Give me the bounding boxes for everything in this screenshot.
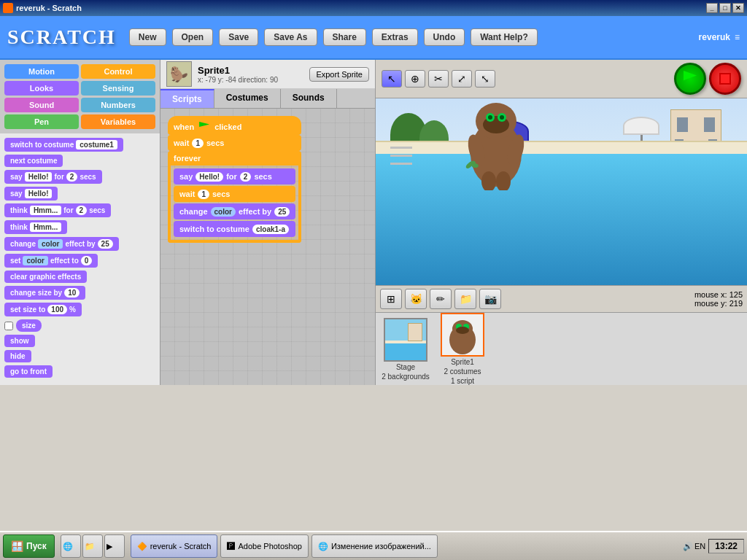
category-control[interactable]: Control — [81, 64, 155, 79]
quick-launch: 🌐 📁 ▶ — [61, 534, 125, 558]
quick-ie[interactable]: 🌐 — [61, 534, 81, 558]
category-motion[interactable]: Motion — [4, 64, 79, 79]
category-sensing[interactable]: Sensing — [81, 81, 155, 96]
export-sprite-button[interactable]: Export Sprite — [309, 67, 369, 82]
quick-media[interactable]: ▶ — [104, 534, 125, 558]
tool-arrow[interactable]: ↖ — [382, 70, 402, 88]
share-button[interactable]: Share — [323, 28, 366, 46]
block-say-secs[interactable]: say Hello! for 2 secs — [4, 170, 102, 184]
tab-sounds[interactable]: Sounds — [281, 89, 337, 108]
sprite1-sublabel2: 1 script — [451, 377, 474, 385]
sprite-info: 🦫 Sprite1 x: -79 y: -84 direction: 90 Ex… — [160, 60, 375, 89]
block-say-inner[interactable]: say Hello! for 2 secs — [174, 168, 295, 184]
list-item: hide — [4, 350, 155, 362]
stage-icon-folder[interactable]: 📁 — [454, 289, 476, 309]
svg-point-18 — [456, 327, 469, 334]
tool-shrink[interactable]: ⤡ — [475, 70, 495, 88]
sprite-list: Stage 2 backgrounds Sprite1 2 costumes 1… — [376, 312, 747, 385]
script-area[interactable]: when clicked wait 1 secs forever say Hel… — [160, 109, 375, 385]
block-clear-effects[interactable]: clear graphic effects — [4, 271, 87, 283]
sprite-name: Sprite1 — [198, 65, 278, 76]
category-variables[interactable]: Variables — [81, 114, 155, 129]
tool-stamp[interactable]: ⊕ — [405, 70, 425, 88]
volume-icon[interactable]: 🔊 — [683, 542, 693, 551]
tool-cut[interactable]: ✂ — [428, 70, 449, 88]
list-item: clear graphic effects — [4, 271, 155, 283]
block-say[interactable]: say Hello! — [4, 187, 58, 201]
user-menu-icon[interactable]: ≡ — [735, 32, 740, 42]
undo-button[interactable]: Undo — [424, 28, 465, 46]
extras-button[interactable]: Extras — [372, 28, 418, 46]
block-set-effect[interactable]: set color effect to 0 — [4, 254, 98, 268]
taskbar-window-scratch[interactable]: 🔶 reveruk - Scratch — [131, 534, 218, 558]
pool-water — [376, 154, 747, 285]
want-help-button[interactable]: Want Help? — [471, 28, 538, 46]
stage-label: Stage — [396, 363, 415, 371]
close-button[interactable]: ✕ — [732, 3, 744, 13]
taskbar-window-browser[interactable]: 🌐 Изменение изображений... — [311, 534, 438, 558]
block-when-flag-clicked[interactable]: when clicked — [168, 116, 301, 135]
svg-point-5 — [488, 115, 492, 120]
block-wait[interactable]: wait 1 secs — [168, 135, 301, 151]
tab-scripts[interactable]: Scripts — [160, 89, 214, 108]
maximize-button[interactable]: □ — [719, 3, 731, 13]
category-sound[interactable]: Sound — [4, 98, 79, 112]
block-next-costume[interactable]: next costume — [4, 155, 63, 167]
save-as-button[interactable]: Save As — [264, 28, 317, 46]
block-go-front[interactable]: go to front — [4, 365, 53, 378]
list-item: think Hmm... for 2 secs — [4, 203, 155, 217]
minimize-button[interactable]: _ — [706, 3, 718, 13]
list-item: say Hello! — [4, 187, 155, 201]
new-button[interactable]: New — [129, 28, 166, 46]
stage-icon-cat[interactable]: 🐱 — [405, 289, 427, 309]
titlebar-title: reveruk - Scratch — [16, 4, 82, 12]
mouse-coordinates: mouse x: 125 mouse y: 219 — [694, 290, 743, 308]
green-flag-button[interactable] — [674, 63, 706, 95]
block-change-color-inner[interactable]: change color effect by 25 — [174, 203, 295, 219]
list-item: change size by 10 — [4, 286, 155, 300]
block-set-size[interactable]: set size to 100 % — [4, 303, 82, 316]
sprite-entry-stage[interactable]: Stage 2 backgrounds — [380, 318, 431, 381]
list-item: set color effect to 0 — [4, 254, 155, 268]
size-checkbox[interactable] — [4, 322, 13, 330]
save-button[interactable]: Save — [219, 28, 258, 46]
language-icon[interactable]: EN — [694, 542, 705, 551]
stage-icon-paint[interactable]: ✏ — [430, 289, 452, 309]
stop-button[interactable] — [709, 63, 741, 95]
category-pen[interactable]: Pen — [4, 114, 79, 129]
block-forever-container: forever say Hello! for 2 secs wait 1 sec… — [168, 151, 301, 243]
tab-costumes[interactable]: Costumes — [214, 89, 281, 108]
sprite-entry-sprite1[interactable]: Sprite1 2 costumes 1 script — [437, 313, 488, 385]
blocks-list: switch to costume costume1 next costume … — [0, 133, 160, 385]
taskbar-window-photoshop[interactable]: 🅿 Adobe Photoshop — [220, 534, 308, 558]
list-item: set size to 100 % — [4, 303, 155, 316]
category-numbers[interactable]: Numbers — [81, 98, 155, 112]
list-item: next costume — [4, 155, 155, 167]
block-forever-header[interactable]: forever — [168, 151, 301, 166]
block-show[interactable]: show — [4, 335, 35, 347]
middle-panel: 🦫 Sprite1 x: -79 y: -84 direction: 90 Ex… — [160, 60, 376, 385]
block-forever-body: say Hello! for 2 secs wait 1 secs change… — [168, 166, 301, 243]
stage-icon-new[interactable]: ⊞ — [380, 289, 402, 309]
sprite-thumbnail: 🦫 — [166, 61, 192, 87]
block-think-secs[interactable]: think Hmm... for 2 secs — [4, 203, 111, 217]
block-hide[interactable]: hide — [4, 350, 31, 362]
sprite-svg — [463, 98, 529, 190]
block-size-reporter[interactable]: size — [16, 319, 42, 332]
stage-icon-camera[interactable]: 📷 — [479, 289, 501, 309]
block-wait-inner[interactable]: wait 1 secs — [174, 186, 295, 202]
quick-explorer[interactable]: 📁 — [82, 534, 103, 558]
list-item: switch to costume costume1 — [4, 138, 155, 152]
open-button[interactable]: Open — [172, 28, 214, 46]
start-button[interactable]: 🪟 Пуск — [3, 534, 55, 558]
block-switch-costume-inner[interactable]: switch to costume cloak1-a — [174, 221, 295, 237]
window-controls[interactable]: _ □ ✕ — [706, 3, 744, 13]
block-think[interactable]: think Hmm... — [4, 220, 67, 234]
block-switch-costume[interactable]: switch to costume costume1 — [4, 138, 123, 152]
category-looks[interactable]: Looks — [4, 81, 79, 96]
block-change-size[interactable]: change size by 10 — [4, 286, 85, 300]
tool-grow[interactable]: ⤢ — [452, 70, 472, 88]
block-change-effect[interactable]: change color effect by 25 — [4, 237, 119, 251]
left-panel: Motion Control Looks Sensing Sound Numbe… — [0, 60, 160, 385]
list-item: go to front — [4, 365, 155, 378]
